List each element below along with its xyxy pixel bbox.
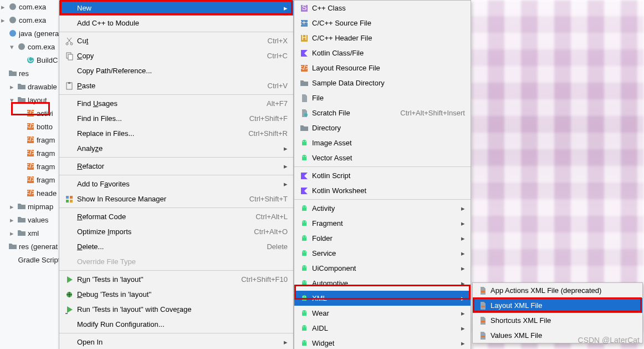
tree-label: Gradle Scripts xyxy=(18,256,61,264)
context-menu-item[interactable]: Find in Files... Ctrl+Shift+F xyxy=(59,111,293,126)
context-menu-item[interactable]: Open In ▸ xyxy=(59,335,293,349)
xmlf-icon xyxy=(477,316,488,325)
-icon xyxy=(8,255,16,264)
new-submenu-item[interactable]: Scratch File Ctrl+Alt+Shift+Insert xyxy=(294,105,471,120)
xml-icon: </> xyxy=(26,175,35,184)
tree-item[interactable]: ▸ mipmap xyxy=(0,200,61,213)
tree-item[interactable]: </> heade xyxy=(0,186,61,200)
svg-point-51 xyxy=(305,251,306,252)
menu-label: Show In Resource Manager xyxy=(75,195,238,203)
menu-label: Delete... xyxy=(75,242,255,251)
context-menu-item[interactable]: Reformat Code Ctrl+Alt+L xyxy=(59,209,293,224)
tree-item[interactable]: ▸ values xyxy=(0,213,61,226)
context-menu-item[interactable]: Debug 'Tests in 'layout'' xyxy=(59,287,293,302)
tree-item[interactable]: java (genera xyxy=(0,27,61,40)
context-menu-item[interactable]: Analyze ▸ xyxy=(59,141,293,156)
context-menu-item[interactable]: Cut Ctrl+X xyxy=(59,33,293,48)
xml-submenu-item[interactable]: Layout XML File xyxy=(473,298,642,313)
tree-item[interactable]: </> fragm xyxy=(0,173,61,186)
new-submenu-item[interactable]: Directory xyxy=(294,120,471,135)
tree-item[interactable]: ▸ com.exa xyxy=(0,13,61,27)
tree-item[interactable]: </> fragm xyxy=(0,146,61,160)
new-submenu-item[interactable]: Kotlin Worksheet xyxy=(294,183,471,198)
xml-icon: </> xyxy=(26,149,35,158)
context-menu-item[interactable]: Modify Run Configuration... xyxy=(59,317,293,332)
xml-submenu-item[interactable]: Shortcuts XML File xyxy=(473,313,642,328)
new-submenu-item[interactable]: Service ▸ xyxy=(294,246,471,261)
new-submenu-item[interactable]: AIDL ▸ xyxy=(294,321,471,336)
svg-rect-25 xyxy=(68,82,70,84)
tree-item[interactable]: res (generat xyxy=(0,240,61,253)
new-submenu-item[interactable]: S C++ Class xyxy=(294,1,471,16)
xmlf-icon xyxy=(477,301,488,310)
new-submenu-item[interactable]: UiComponent ▸ xyxy=(294,261,471,276)
new-submenu-item[interactable]: H C/C++ Header File xyxy=(294,31,471,45)
new-submenu-item[interactable]: Vector Asset xyxy=(294,150,471,165)
xml-icon: </> xyxy=(26,189,35,198)
tree-item[interactable]: ▸ drawable xyxy=(0,80,61,93)
tree-item[interactable]: </> botto xyxy=(0,120,61,133)
menu-label: Reformat Code xyxy=(75,213,244,221)
new-submenu-item[interactable]: c++ C/C++ Source File xyxy=(294,16,471,31)
new-submenu-item[interactable]: Kotlin Script xyxy=(294,168,471,183)
android-icon xyxy=(299,279,310,288)
context-menu-item[interactable]: Copy Ctrl+C xyxy=(59,48,293,63)
context-menu-item[interactable]: Refactor ▸ xyxy=(59,159,293,174)
svg-point-0 xyxy=(9,3,16,10)
android-icon xyxy=(299,264,310,273)
folder-icon xyxy=(299,79,310,88)
xmlf-icon xyxy=(477,331,488,340)
context-menu-item[interactable]: Paste Ctrl+V xyxy=(59,78,293,93)
new-submenu-item[interactable]: </> Layout Resource File xyxy=(294,60,471,75)
new-submenu-item[interactable]: Activity ▸ xyxy=(294,201,471,216)
context-menu-item[interactable]: Replace in Files... Ctrl+Shift+R xyxy=(59,126,293,141)
new-submenu-item[interactable]: Fragment ▸ xyxy=(294,216,471,231)
tree-item[interactable]: ▾ layout xyxy=(0,93,61,107)
context-menu-item[interactable]: Override File Type xyxy=(59,254,293,269)
context-menu-item[interactable]: New ▸ xyxy=(59,1,293,16)
tree-item[interactable]: </> activi xyxy=(0,107,61,120)
svg-text:S: S xyxy=(302,4,307,12)
tree-item[interactable]: ▸ xml xyxy=(0,226,61,240)
context-menu-item[interactable]: Add C++ to Module xyxy=(59,16,293,31)
tree-item[interactable]: C BuildC xyxy=(0,53,61,67)
submenu-arrow-icon: ▸ xyxy=(458,234,465,242)
context-menu-item[interactable]: Delete... Delete xyxy=(59,239,293,254)
new-submenu-item[interactable]: File xyxy=(294,90,471,105)
new-submenu-item[interactable]: XML ▸ xyxy=(294,291,471,306)
tree-item[interactable]: </> fragm xyxy=(0,160,61,173)
cut-icon xyxy=(64,37,75,45)
new-submenu-item[interactable]: Folder ▸ xyxy=(294,231,471,246)
tree-item[interactable]: res xyxy=(0,67,61,80)
new-submenu-item[interactable]: Widget ▸ xyxy=(294,336,471,349)
tree-item[interactable]: Gradle Scripts xyxy=(0,253,61,266)
context-menu-item[interactable]: Find Usages Alt+F7 xyxy=(59,96,293,111)
context-menu-item[interactable]: Add to Favorites ▸ xyxy=(59,176,293,191)
new-submenu-item[interactable]: Sample Data Directory xyxy=(294,75,471,90)
new-submenu-item[interactable]: Image Asset xyxy=(294,135,471,150)
tree-item[interactable]: </> fragm xyxy=(0,133,61,146)
menu-shortcut: Ctrl+Alt+L xyxy=(244,213,288,221)
tree-item[interactable]: ▸ com.exa xyxy=(0,0,61,13)
xml-submenu-item[interactable]: App Actions XML File (deprecated) xyxy=(473,283,642,298)
menu-separator xyxy=(59,270,293,271)
context-menu-item[interactable]: Run 'Tests in 'layout'' with Coverage xyxy=(59,302,293,317)
menu-separator xyxy=(59,208,293,208)
menu-label: Activity xyxy=(310,204,458,213)
svg-point-61 xyxy=(305,326,306,327)
new-submenu-item[interactable]: Kotlin Class/File xyxy=(294,45,471,60)
menu-label: UiComponent xyxy=(310,264,458,272)
new-submenu-item[interactable]: Wear ▸ xyxy=(294,306,471,321)
svg-text:</>: </> xyxy=(26,189,35,196)
menu-label: Service xyxy=(310,249,458,257)
svg-point-42 xyxy=(303,156,304,157)
tree-item[interactable]: ▾ com.exa xyxy=(0,40,61,53)
submenu-new: S C++ Class c++ C/C++ Source File H C/C+… xyxy=(294,0,471,349)
context-menu-item[interactable]: Optimize Imports Ctrl+Alt+O xyxy=(59,224,293,239)
context-menu-item[interactable]: Show In Resource Manager Ctrl+Shift+T xyxy=(59,191,293,206)
context-menu-item[interactable]: Copy Path/Reference... xyxy=(59,63,293,78)
svg-text:</>: </> xyxy=(26,109,35,117)
submenu-arrow-icon: ▸ xyxy=(458,264,465,272)
new-submenu-item[interactable]: Automotive ▸ xyxy=(294,276,471,291)
context-menu-item[interactable]: Run 'Tests in 'layout'' Ctrl+Shift+F10 xyxy=(59,272,293,287)
